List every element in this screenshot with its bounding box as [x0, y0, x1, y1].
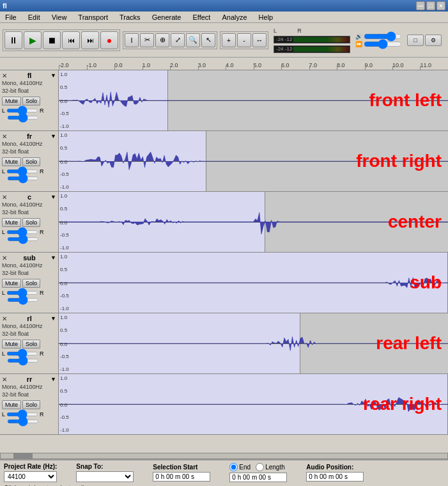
- track-canvas-sub[interactable]: 1.00.50.0-0.5-1.0sub: [59, 253, 448, 313]
- menu-file[interactable]: File: [3, 13, 19, 22]
- end-radio[interactable]: [229, 463, 238, 471]
- horizontal-scrollbar[interactable]: [0, 453, 448, 459]
- menu-bar: File Edit View Transport Tracks Generate…: [0, 12, 448, 23]
- zoom-in-tool[interactable]: +: [222, 33, 236, 47]
- pan-slider-fl[interactable]: [7, 116, 39, 120]
- solo-button-c[interactable]: Solo: [22, 218, 40, 227]
- snap-to-select[interactable]: [76, 471, 134, 482]
- pan-row-rr: [2, 419, 56, 423]
- ruler-tickmark-12: [392, 66, 393, 70]
- maximize-button[interactable]: □: [426, 1, 435, 10]
- menu-transport[interactable]: Transport: [75, 13, 111, 22]
- track-close-fl[interactable]: ✕: [2, 72, 7, 79]
- track-canvas-fl[interactable]: 1.00.50.0-0.5-1.0front left: [59, 70, 448, 130]
- track-canvas-c[interactable]: 1.00.50.0-0.5-1.0center: [59, 192, 448, 252]
- menu-tracks[interactable]: Tracks: [117, 13, 143, 22]
- ruler-tickmark-3: [143, 66, 143, 70]
- y-bottom-label-c: -1.0: [60, 245, 69, 251]
- minimize-button[interactable]: —: [416, 1, 425, 10]
- fit-tool[interactable]: ↔: [252, 33, 266, 47]
- timeline-ruler[interactable]: -2.0-1.00.01.02.03.04.05.06.07.08.09.010…: [0, 58, 448, 70]
- audio-position-input[interactable]: [306, 472, 364, 482]
- track-name-row-c: ✕c▼: [2, 193, 56, 201]
- zoom-tool[interactable]: ⤢: [171, 33, 185, 47]
- track-info-fl: Mono, 44100Hz32-bit float: [2, 80, 56, 95]
- track-canvas-inner-fl: 1.00.50.0-0.5-1.0front left: [59, 70, 448, 130]
- play-button[interactable]: ▶: [24, 31, 42, 49]
- mute-button-rr[interactable]: Mute: [2, 400, 21, 409]
- scroll-thumb[interactable]: [13, 453, 33, 459]
- mute-button-c[interactable]: Mute: [2, 218, 21, 227]
- close-button[interactable]: ×: [436, 1, 445, 10]
- menu-help[interactable]: Help: [256, 13, 276, 22]
- speed-icon: ⏩: [355, 41, 362, 47]
- project-rate-select[interactable]: 44100: [4, 471, 57, 482]
- cut-tool[interactable]: ✂: [140, 33, 154, 47]
- zoom-out-tool[interactable]: -: [237, 33, 251, 47]
- solo-button-fr[interactable]: Solo: [22, 157, 40, 166]
- solo-button-rl[interactable]: Solo: [22, 340, 40, 349]
- length-radio[interactable]: [256, 463, 264, 471]
- track-dropdown-fr[interactable]: ▼: [50, 133, 56, 139]
- mute-button-sub[interactable]: Mute: [2, 279, 21, 288]
- pan-slider-sub[interactable]: [7, 298, 39, 302]
- pan-slider-rr[interactable]: [7, 419, 39, 423]
- track-canvas-rl[interactable]: 1.00.50.0-0.5-1.0rear left: [59, 313, 448, 373]
- menu-analyze[interactable]: Analyze: [219, 13, 249, 22]
- menu-generate[interactable]: Generate: [150, 13, 184, 22]
- track-info-sub: Mono, 44100Hz32-bit float: [2, 262, 56, 277]
- mute-button-fr[interactable]: Mute: [2, 157, 21, 166]
- track-dropdown-rr[interactable]: ▼: [50, 376, 56, 382]
- magnify-tool[interactable]: 🔍: [186, 33, 200, 47]
- ruler-tickmark-1: [87, 66, 88, 70]
- solo-button-fl[interactable]: Solo: [22, 97, 40, 106]
- menu-view[interactable]: View: [49, 13, 70, 22]
- solo-button-sub[interactable]: Solo: [22, 279, 40, 288]
- pan-slider-c[interactable]: [7, 237, 39, 241]
- l-label-fr: L: [2, 168, 5, 175]
- track-canvas-fr[interactable]: 1.00.50.0-0.5-1.0front right: [59, 131, 448, 191]
- ruler-tick-3: 1.0: [143, 62, 151, 68]
- length-radio-label[interactable]: Length: [256, 463, 285, 471]
- y-bottom-label-fl: -1.0: [60, 123, 69, 129]
- mute-button-fl[interactable]: Mute: [2, 97, 21, 106]
- ruler-tick-6: 4.0: [226, 62, 234, 68]
- track-close-c[interactable]: ✕: [2, 194, 7, 201]
- end-radio-label[interactable]: End: [229, 463, 251, 471]
- arrow-tool[interactable]: ↖: [201, 33, 215, 47]
- track-dropdown-c[interactable]: ▼: [50, 194, 56, 200]
- track-close-rl[interactable]: ✕: [2, 315, 7, 322]
- pan-slider-rl[interactable]: [7, 359, 39, 363]
- stop-button[interactable]: ⏹: [43, 31, 61, 49]
- skip-fwd-button[interactable]: ⏭: [81, 31, 99, 49]
- ruler-tick-1: -1.0: [87, 62, 97, 68]
- title-bar: fl — □ ×: [0, 0, 448, 12]
- mute-button-rl[interactable]: Mute: [2, 340, 21, 349]
- track-dropdown-sub[interactable]: ▼: [50, 255, 56, 261]
- track-close-fr[interactable]: ✕: [2, 133, 7, 140]
- pause-button[interactable]: ⏸: [4, 31, 22, 49]
- volume-slider[interactable]: [364, 34, 402, 39]
- skip-back-button[interactable]: ⏮: [62, 31, 80, 49]
- menu-edit[interactable]: Edit: [26, 13, 43, 22]
- ruler-tickmark-13: [420, 66, 421, 70]
- ruler-tick-4: 2.0: [170, 62, 178, 68]
- extra-btn2[interactable]: ⚙: [425, 35, 442, 46]
- selection-start-input[interactable]: [153, 472, 210, 482]
- menu-effect[interactable]: Effect: [190, 13, 213, 22]
- toolbar: ⏸ ▶ ⏹ ⏮ ⏭ ● I ✂ ⊕ ⤢ 🔍 ↖ + - ↔ L R -24 -1…: [0, 23, 448, 58]
- crosshair-tool[interactable]: ⊕: [155, 33, 169, 47]
- select-tool[interactable]: I: [125, 33, 139, 47]
- end-length-input[interactable]: [229, 473, 287, 482]
- track-dropdown-rl[interactable]: ▼: [50, 315, 56, 322]
- pan-slider-fr[interactable]: [7, 176, 39, 180]
- y-midtop-label-sub: 0.5: [60, 267, 67, 272]
- solo-button-rr[interactable]: Solo: [22, 400, 40, 409]
- record-button[interactable]: ●: [100, 31, 118, 49]
- track-dropdown-fl[interactable]: ▼: [50, 72, 56, 79]
- speed-slider[interactable]: [364, 42, 402, 47]
- track-close-rr[interactable]: ✕: [2, 376, 7, 383]
- extra-btn1[interactable]: □: [407, 35, 424, 46]
- track-canvas-rr[interactable]: 1.00.50.0-0.5-1.0rear right: [59, 374, 448, 434]
- track-close-sub[interactable]: ✕: [2, 255, 7, 262]
